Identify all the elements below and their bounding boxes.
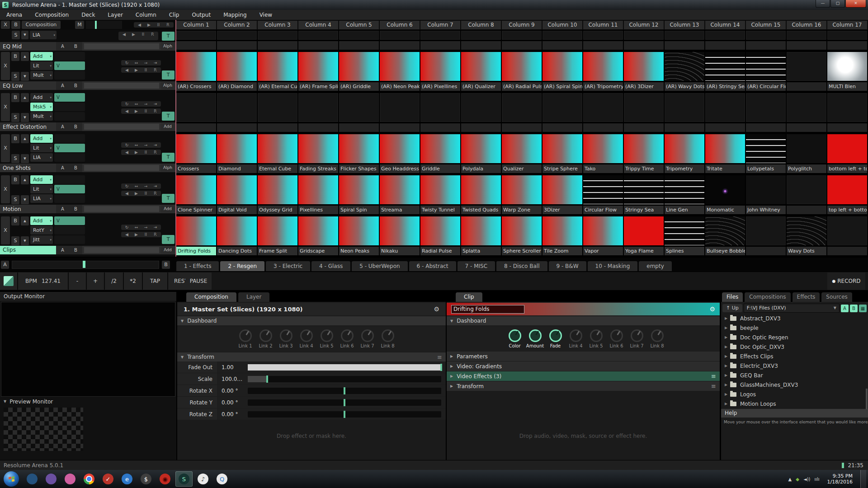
layer-solo-button[interactable]: S: [11, 236, 19, 245]
layer-b-button[interactable]: B: [74, 165, 77, 170]
clip-name[interactable]: Fading Streaks: [298, 164, 338, 173]
bpm-button-2[interactable]: *2: [124, 272, 143, 290]
clip-thumbnail[interactable]: [339, 52, 379, 81]
clip-thumbnail[interactable]: [176, 52, 216, 81]
clip-cell[interactable]: [583, 92, 623, 133]
clip-name[interactable]: [258, 123, 297, 132]
layer-b-button[interactable]: B: [74, 44, 77, 49]
knob-link-8[interactable]: Link 8: [647, 329, 667, 348]
column-header-11[interactable]: Column 11: [583, 21, 623, 29]
knob-dial[interactable]: [321, 329, 333, 342]
loop-icon[interactable]: ↻: [122, 102, 132, 106]
clip-name[interactable]: [583, 41, 623, 50]
clip-thumbnail[interactable]: [746, 31, 786, 40]
clip-thumbnail[interactable]: [583, 134, 623, 163]
clip-cell[interactable]: Bullseye Bobble: [705, 216, 745, 257]
knob-link-1[interactable]: Link 1: [235, 329, 255, 348]
clip-cell[interactable]: Spiral Spin: [339, 174, 379, 216]
tab-compositions[interactable]: Compositions: [745, 292, 790, 302]
clip-name[interactable]: bottom left + to: [827, 164, 867, 173]
clip-thumbnail[interactable]: [176, 134, 216, 163]
layer-b-button[interactable]: B: [74, 83, 77, 88]
prev-icon[interactable]: ◀: [122, 232, 132, 237]
clip-thumbnail[interactable]: [420, 175, 460, 204]
menu-item-layer[interactable]: Layer: [101, 10, 129, 20]
clip-cell[interactable]: (AR) Frame Split: [298, 51, 338, 92]
knob-color[interactable]: Color: [505, 329, 525, 348]
menu-item-mapping[interactable]: Mapping: [217, 10, 253, 20]
clip-name[interactable]: Neon Peaks: [339, 247, 379, 255]
view-grid-icon[interactable]: ▦: [859, 305, 867, 312]
clip-cell[interactable]: [665, 92, 704, 133]
clip-thumbnail[interactable]: [420, 52, 460, 81]
clip-thumbnail[interactable]: [420, 31, 460, 40]
menu-icon[interactable]: ≡: [711, 373, 716, 380]
clip-name[interactable]: Dancing Dots: [217, 247, 257, 255]
clip-name[interactable]: Crossers: [176, 164, 216, 173]
clip-name[interactable]: [542, 41, 582, 50]
bounce-icon[interactable]: ↔: [132, 143, 141, 147]
play-icon[interactable]: ▶: [129, 32, 138, 40]
clip-name[interactable]: Tritate: [705, 164, 745, 173]
clip-thumbnail[interactable]: [583, 31, 623, 40]
layer-up-arrow[interactable]: ▲: [21, 93, 29, 102]
clip-thumbnail[interactable]: [787, 52, 826, 81]
layer-t-button[interactable]: T: [162, 194, 175, 203]
clip-thumbnail[interactable]: [787, 31, 826, 40]
clip-cell[interactable]: Crossers: [176, 133, 216, 174]
clip-thumbnail[interactable]: [746, 93, 786, 122]
clip-name[interactable]: Polyglitch: [787, 164, 826, 173]
layer-bypass-button[interactable]: B: [11, 216, 19, 225]
clip-cell[interactable]: (AR) Stringy Sea: [705, 51, 745, 92]
deck-tab-3[interactable]: 3 - Electric: [266, 261, 310, 271]
layer-a-button[interactable]: A: [61, 83, 64, 88]
clip-cell[interactable]: Vapor: [583, 216, 623, 257]
layer-t-button[interactable]: T: [162, 153, 175, 162]
clip-cell[interactable]: Lollypetals: [746, 133, 786, 174]
clip-name[interactable]: Wavy Dots: [787, 247, 826, 255]
layer-name-motion[interactable]: Motion: [0, 206, 56, 212]
transform-header[interactable]: ▼ Transform ≡: [177, 352, 446, 361]
clip-cell[interactable]: Line Gen: [665, 174, 704, 216]
forward-icon[interactable]: →: [141, 143, 151, 147]
column-header-1[interactable]: Column 1: [176, 21, 216, 29]
knob-link-6[interactable]: Link 6: [337, 329, 357, 348]
clip-cell[interactable]: [420, 92, 460, 133]
knob-dial[interactable]: [300, 329, 313, 342]
retrigger-icon[interactable]: R: [151, 232, 160, 237]
network-icon[interactable]: ıılı: [814, 477, 819, 482]
taskbar-icon-resolume[interactable]: S: [175, 471, 193, 487]
folder-doc-optic-dxv3[interactable]: ▶Doc Optic_DXV3: [721, 342, 868, 352]
blend-select-add[interactable]: Add▾: [30, 134, 53, 143]
clip-thumbnail[interactable]: [380, 216, 420, 245]
crossfader-track[interactable]: [12, 261, 159, 269]
clip-cell[interactable]: [542, 92, 582, 133]
layer-name-eq-mid[interactable]: EQ Mid: [0, 43, 56, 50]
deck-tab-2[interactable]: 2 - Resgen: [220, 261, 264, 271]
retrigger-icon[interactable]: R: [151, 150, 160, 155]
clip-cell[interactable]: (AR) Radial Pulse: [502, 51, 542, 92]
clip-cell[interactable]: (AR) Spiral Spin: [542, 51, 582, 92]
layer-name-clips[interactable]: Clips: [0, 246, 56, 254]
clip-thumbnail[interactable]: [217, 134, 257, 163]
clip-thumbnail[interactable]: [746, 216, 786, 245]
layer-bypass-button[interactable]: B: [11, 93, 19, 102]
layer-up-arrow[interactable]: ▲: [21, 175, 29, 184]
pause-button[interactable]: PAUSE: [185, 272, 212, 290]
clip-name[interactable]: (AR) Diamond: [217, 82, 257, 91]
folder-motion-loops[interactable]: ▶Motion Loops: [721, 399, 868, 408]
clip-thumbnail[interactable]: [665, 52, 704, 81]
section-parameters[interactable]: ▶Parameters: [447, 352, 720, 361]
knob-dial[interactable]: [341, 329, 354, 342]
blend-select-lit[interactable]: Lit▾: [30, 185, 53, 193]
clip-name[interactable]: Monomatic: [705, 206, 745, 214]
layer-blendmode-button[interactable]: Alph: [161, 82, 175, 89]
clip-name[interactable]: (AR) Frame Split: [298, 82, 338, 91]
clip-name[interactable]: [420, 41, 460, 50]
clip-name[interactable]: [339, 123, 379, 132]
clip-thumbnail[interactable]: [665, 216, 704, 245]
clip-name[interactable]: [420, 123, 460, 132]
clip-thumbnail[interactable]: [705, 216, 745, 245]
deck-tab-8[interactable]: 8 - Disco Ball: [496, 261, 547, 271]
clip-cell[interactable]: [298, 92, 338, 133]
